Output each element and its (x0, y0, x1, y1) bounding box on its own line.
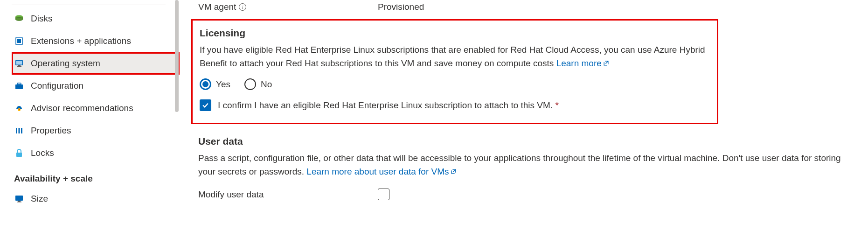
sidebar-item-operating-system[interactable]: Operating system (12, 52, 180, 75)
svg-rect-7 (17, 66, 21, 67)
checkmark-icon (202, 102, 209, 109)
info-icon[interactable]: i (239, 3, 246, 11)
userdata-section: User data Pass a script, configuration f… (198, 133, 859, 205)
sidebar-item-extensions[interactable]: Extensions + applications (12, 30, 180, 52)
licensing-desc: If you have eligible Red Hat Enterprise … (200, 43, 710, 78)
sidebar-item-advisor[interactable]: Advisor recommendations (12, 97, 180, 119)
external-link-icon (603, 60, 609, 66)
scrollbar[interactable] (175, 0, 179, 112)
licensing-radio-group: Yes No (200, 78, 710, 99)
lock-icon (14, 148, 24, 158)
external-link-icon (451, 168, 457, 175)
svg-rect-14 (19, 128, 20, 133)
sidebar-item-configuration[interactable]: Configuration (12, 75, 180, 97)
sidebar-item-size[interactable]: Size (12, 188, 180, 210)
licensing-learn-more-link[interactable]: Learn more (556, 58, 609, 68)
svg-rect-16 (16, 153, 22, 157)
divider (12, 5, 166, 5)
svg-rect-6 (18, 65, 21, 66)
sidebar-item-label: Operating system (31, 58, 100, 69)
radio-yes[interactable]: Yes (200, 78, 230, 90)
svg-rect-3 (17, 39, 21, 43)
licensing-title: Licensing (200, 28, 710, 43)
main-content: VM agent i Provisioned Licensing If you … (180, 0, 868, 252)
sidebar-item-label: Advisor recommendations (31, 103, 133, 113)
sidebar-item-label: Size (31, 194, 48, 204)
svg-rect-8 (15, 84, 23, 89)
disks-icon (14, 14, 24, 24)
sidebar-item-locks[interactable]: Locks (12, 142, 180, 164)
sidebar-item-label: Properties (31, 126, 71, 136)
licensing-section: Licensing If you have eligible Red Hat E… (191, 19, 718, 124)
extensions-icon (14, 36, 24, 46)
svg-rect-9 (17, 83, 21, 84)
size-icon (14, 194, 24, 204)
svg-rect-18 (18, 201, 21, 202)
radio-input-yes[interactable] (200, 78, 211, 90)
svg-rect-19 (17, 202, 21, 203)
sidebar-item-properties[interactable]: Properties (12, 119, 180, 142)
radio-no-label: No (261, 79, 272, 90)
modify-userdata-checkbox[interactable] (378, 189, 389, 200)
svg-rect-10 (15, 86, 23, 86)
modify-userdata-label: Modify user data (198, 189, 378, 200)
svg-rect-5 (16, 61, 22, 65)
confirm-row: I confirm I have an eligible Red Hat Ent… (200, 99, 710, 111)
advisor-icon (14, 103, 24, 113)
svg-rect-13 (16, 128, 17, 133)
radio-yes-label: Yes (216, 79, 230, 90)
radio-no[interactable]: No (244, 78, 272, 90)
sidebar: Disks Extensions + applications Operatin… (0, 0, 180, 252)
userdata-learn-more-link[interactable]: Learn more about user data for VMs (306, 167, 456, 176)
section-header-availability: Availability + scale (12, 164, 180, 188)
modify-userdata-row: Modify user data (198, 187, 859, 205)
svg-rect-15 (21, 128, 22, 133)
sidebar-item-label: Disks (31, 14, 52, 24)
vm-agent-value: Provisioned (378, 2, 424, 12)
userdata-title: User data (198, 136, 859, 152)
confirm-label: I confirm I have an eligible Red Hat Ent… (218, 100, 559, 111)
radio-input-no[interactable] (244, 78, 256, 90)
sidebar-item-label: Configuration (31, 81, 83, 91)
toolbox-icon (14, 81, 24, 91)
svg-rect-17 (15, 196, 23, 201)
required-asterisk: * (553, 100, 559, 110)
confirm-checkbox[interactable] (200, 99, 211, 111)
vm-agent-label: VM agent (198, 2, 236, 12)
sidebar-item-label: Extensions + applications (31, 36, 131, 46)
properties-icon (14, 126, 24, 136)
userdata-desc: Pass a script, configuration file, or ot… (198, 152, 859, 187)
sidebar-item-disks[interactable]: Disks (12, 7, 180, 30)
vm-agent-row: VM agent i Provisioned (198, 0, 859, 17)
vm-agent-label-group: VM agent i (198, 2, 378, 12)
sidebar-item-label: Locks (31, 148, 54, 158)
monitor-icon (14, 58, 24, 69)
svg-point-12 (19, 109, 20, 110)
